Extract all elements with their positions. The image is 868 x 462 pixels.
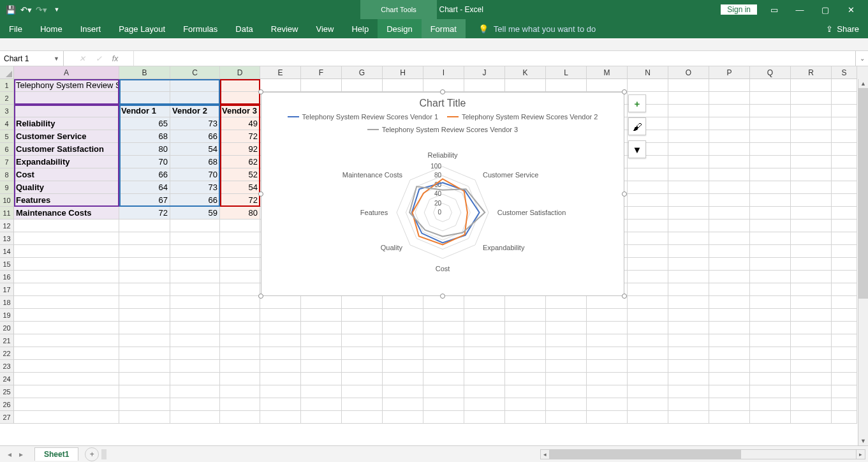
tab-scroll-split[interactable] bbox=[101, 449, 107, 459]
cell[interactable] bbox=[709, 411, 750, 424]
cell[interactable] bbox=[791, 79, 832, 92]
cell[interactable] bbox=[791, 220, 832, 232]
enter-icon[interactable]: ✓ bbox=[96, 54, 102, 63]
col-header-B[interactable]: B bbox=[119, 66, 170, 79]
cell[interactable] bbox=[832, 322, 857, 334]
cell[interactable] bbox=[220, 398, 260, 411]
row-header[interactable]: 20 bbox=[0, 322, 14, 334]
cell[interactable]: 66 bbox=[119, 168, 170, 181]
cell[interactable] bbox=[791, 360, 832, 373]
cell[interactable] bbox=[546, 373, 587, 385]
row-header[interactable]: 9 bbox=[0, 181, 14, 194]
cell[interactable] bbox=[791, 296, 832, 309]
cell[interactable] bbox=[750, 334, 791, 347]
cell[interactable] bbox=[383, 360, 423, 373]
tell-me-search[interactable]: 💡 Tell me what you want to do bbox=[478, 19, 596, 38]
cell[interactable] bbox=[750, 360, 791, 373]
cell[interactable] bbox=[220, 79, 260, 92]
cell[interactable] bbox=[709, 398, 750, 411]
cell[interactable] bbox=[260, 411, 301, 424]
cell[interactable] bbox=[750, 168, 791, 181]
cell[interactable] bbox=[628, 322, 668, 334]
resize-handle[interactable] bbox=[440, 294, 445, 299]
cell[interactable] bbox=[668, 398, 709, 411]
row-header[interactable]: 8 bbox=[0, 168, 14, 181]
cell[interactable] bbox=[119, 271, 170, 283]
cell[interactable]: 49 bbox=[220, 117, 260, 130]
cell[interactable] bbox=[832, 411, 857, 424]
cell[interactable] bbox=[750, 232, 791, 245]
cell[interactable] bbox=[220, 92, 260, 105]
cell[interactable] bbox=[832, 296, 857, 309]
cell[interactable] bbox=[791, 271, 832, 283]
cell[interactable] bbox=[464, 398, 505, 411]
cell[interactable] bbox=[546, 398, 587, 411]
cell[interactable] bbox=[546, 334, 587, 347]
cell[interactable] bbox=[750, 296, 791, 309]
cell[interactable] bbox=[260, 334, 301, 347]
cell[interactable] bbox=[383, 411, 423, 424]
cell[interactable] bbox=[791, 194, 832, 207]
save-icon[interactable]: 💾 bbox=[5, 4, 17, 15]
formula-input[interactable] bbox=[134, 51, 855, 66]
cell[interactable]: 73 bbox=[170, 181, 220, 194]
cell[interactable] bbox=[832, 194, 857, 207]
cell[interactable] bbox=[628, 258, 668, 271]
cell[interactable] bbox=[668, 105, 709, 117]
cell[interactable] bbox=[546, 360, 587, 373]
cell[interactable] bbox=[832, 398, 857, 411]
cell[interactable] bbox=[505, 373, 546, 385]
cell[interactable] bbox=[119, 245, 170, 258]
cell[interactable] bbox=[587, 373, 628, 385]
name-box[interactable]: Chart 1 ▼ bbox=[0, 51, 64, 66]
cell[interactable] bbox=[709, 385, 750, 398]
cell[interactable] bbox=[383, 309, 423, 322]
cell[interactable] bbox=[119, 79, 170, 92]
cell[interactable] bbox=[709, 156, 750, 168]
cell[interactable] bbox=[383, 385, 423, 398]
cell[interactable] bbox=[587, 334, 628, 347]
cell[interactable] bbox=[750, 258, 791, 271]
col-header-R[interactable]: R bbox=[791, 66, 832, 79]
cell[interactable] bbox=[668, 130, 709, 143]
cell[interactable] bbox=[119, 385, 170, 398]
cell[interactable] bbox=[709, 373, 750, 385]
cell[interactable] bbox=[14, 92, 119, 105]
cell[interactable] bbox=[587, 411, 628, 424]
row-header[interactable]: 2 bbox=[0, 92, 14, 105]
cell[interactable] bbox=[260, 322, 301, 334]
tab-design[interactable]: Design bbox=[378, 19, 421, 38]
col-header-E[interactable]: E bbox=[260, 66, 301, 79]
cell[interactable] bbox=[709, 194, 750, 207]
cell[interactable] bbox=[709, 309, 750, 322]
cell[interactable] bbox=[832, 334, 857, 347]
cell[interactable] bbox=[750, 79, 791, 92]
cell[interactable] bbox=[383, 322, 423, 334]
cell[interactable] bbox=[14, 385, 119, 398]
cell[interactable] bbox=[709, 92, 750, 105]
cell[interactable] bbox=[383, 334, 423, 347]
row-header[interactable]: 18 bbox=[0, 296, 14, 309]
col-header-M[interactable]: M bbox=[587, 66, 628, 79]
resize-handle[interactable] bbox=[258, 191, 263, 197]
new-sheet-button[interactable]: + bbox=[85, 447, 99, 461]
cell[interactable] bbox=[505, 309, 546, 322]
cell[interactable] bbox=[668, 258, 709, 271]
cell[interactable] bbox=[832, 373, 857, 385]
cell[interactable] bbox=[587, 79, 628, 92]
row-header[interactable]: 4 bbox=[0, 117, 14, 130]
cell[interactable] bbox=[628, 334, 668, 347]
tab-home[interactable]: Home bbox=[31, 19, 71, 38]
cell[interactable] bbox=[301, 347, 342, 360]
close-button[interactable]: ✕ bbox=[842, 5, 859, 15]
row-header[interactable]: 13 bbox=[0, 232, 14, 245]
cell[interactable] bbox=[709, 322, 750, 334]
cell[interactable] bbox=[628, 194, 668, 207]
cell[interactable] bbox=[668, 168, 709, 181]
legend-item[interactable]: Telephony System Review Scores Vendor 1 bbox=[288, 113, 438, 121]
cell[interactable]: Vendor 3 bbox=[220, 105, 260, 117]
cell[interactable]: 64 bbox=[119, 181, 170, 194]
cell[interactable] bbox=[119, 92, 170, 105]
cell[interactable] bbox=[220, 411, 260, 424]
cell[interactable] bbox=[628, 296, 668, 309]
